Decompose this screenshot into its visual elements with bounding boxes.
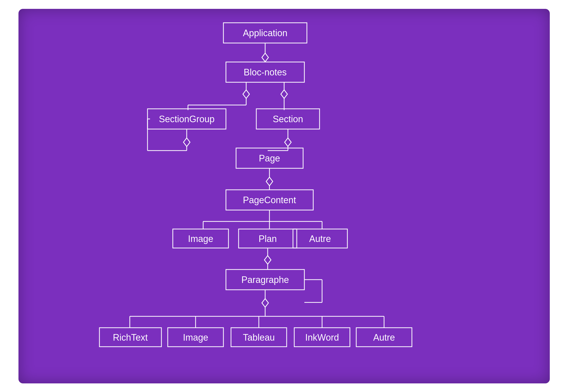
diagram-canvas: Application Bloc-notes SectionGroup xyxy=(18,9,550,383)
paragraphe-label: Paragraphe xyxy=(241,274,289,285)
richtext-label: RichText xyxy=(113,332,148,342)
svg-marker-8 xyxy=(183,138,190,147)
page-label: Page xyxy=(259,153,280,163)
svg-marker-3 xyxy=(243,90,249,98)
svg-marker-17 xyxy=(285,138,291,147)
tableau-label: Tableau xyxy=(243,332,275,342)
svg-marker-23 xyxy=(266,177,273,186)
application-label: Application xyxy=(243,28,287,38)
autre2-label: Autre xyxy=(373,332,395,342)
sectiongroup-label: SectionGroup xyxy=(159,114,214,124)
svg-marker-38 xyxy=(262,299,268,307)
section-label: Section xyxy=(272,114,303,124)
svg-marker-32 xyxy=(264,256,271,264)
image2-label: Image xyxy=(183,332,208,342)
image1-label: Image xyxy=(188,233,213,244)
autre1-label: Autre xyxy=(309,233,331,244)
svg-marker-14 xyxy=(281,90,287,98)
pagecontent-label: PageContent xyxy=(243,195,296,205)
inkword-label: InkWord xyxy=(305,332,339,342)
plan-label: Plan xyxy=(258,233,277,244)
svg-marker-1 xyxy=(262,53,268,62)
bloc-notes-label: Bloc-notes xyxy=(243,67,286,77)
